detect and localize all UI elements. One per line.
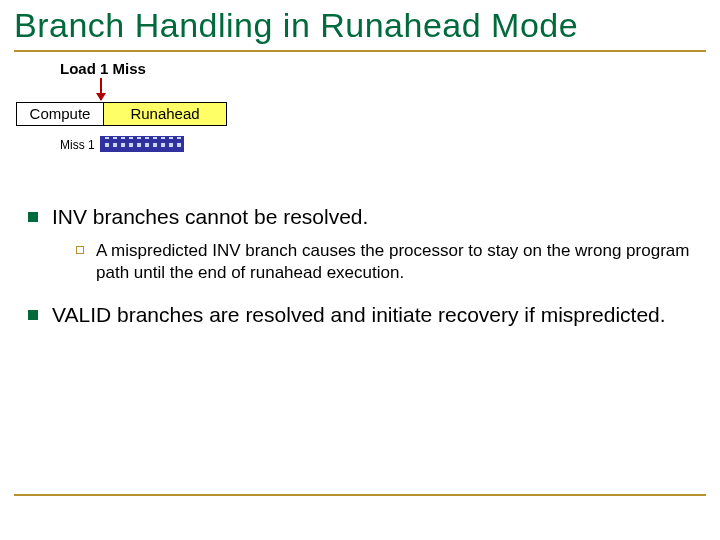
slide-title: Branch Handling in Runahead Mode (14, 6, 578, 45)
miss1-label: Miss 1 (60, 138, 95, 152)
arrow-down-icon (100, 78, 102, 100)
compute-bar: Compute (16, 102, 104, 126)
title-underline (14, 50, 706, 52)
diagram: Load 1 Miss Compute Runahead Miss 1 (0, 56, 720, 206)
subbullet-inv-mispredict: A mispredicted INV branch causes the pro… (76, 240, 690, 284)
bullet-valid: VALID branches are resolved and initiate… (28, 302, 720, 328)
miss1-bar (100, 136, 184, 152)
runahead-bar: Runahead (103, 102, 227, 126)
slide: Branch Handling in Runahead Mode Load 1 … (0, 0, 720, 540)
bottom-rule (14, 494, 706, 496)
bullet-inv: INV branches cannot be resolved. (28, 204, 720, 230)
load-miss-label: Load 1 Miss (60, 60, 146, 77)
bullet-body: INV branches cannot be resolved. A mispr… (0, 190, 720, 339)
